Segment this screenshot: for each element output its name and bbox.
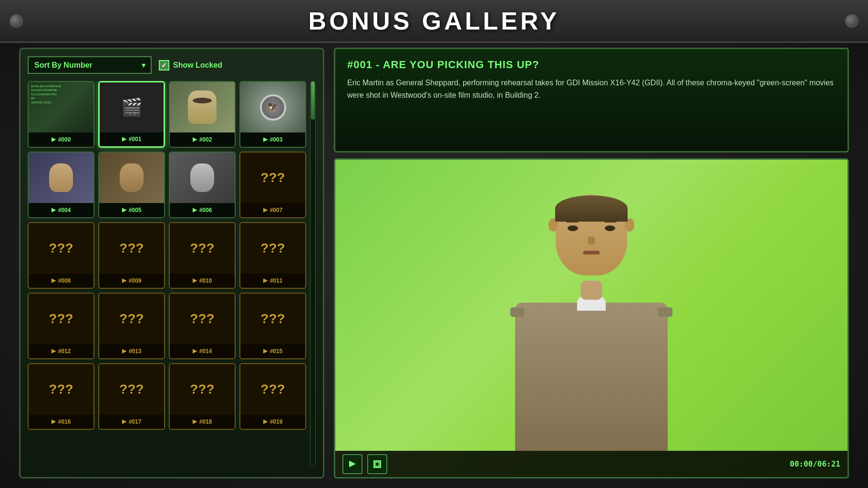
thumb-002 <box>170 82 235 132</box>
gallery-item-007[interactable]: ??? #007 <box>239 152 306 218</box>
thumb-018: ??? <box>170 364 235 415</box>
info-title: #001 - ARE YOU PICKING THIS UP? <box>347 59 836 71</box>
item-num-011: #011 <box>270 277 283 284</box>
item-num-016: #016 <box>58 418 71 425</box>
item-num-017: #017 <box>129 418 142 425</box>
gallery-item-008[interactable]: ??? #008 <box>28 222 94 289</box>
thumb-011: ??? <box>240 223 305 274</box>
right-panel: #001 - ARE YOU PICKING THIS UP? Eric Mar… <box>334 48 849 478</box>
item-label-016: #016 <box>29 415 93 429</box>
item-num-006: #006 <box>199 207 212 214</box>
thumb-014: ??? <box>170 294 235 344</box>
info-description: Eric Martin as General Sheppard, perform… <box>347 77 836 101</box>
person-neck <box>581 281 602 300</box>
gallery-item-012[interactable]: ??? #012 <box>28 293 94 359</box>
item-label-012: #012 <box>29 344 93 358</box>
play-icon-002 <box>193 137 197 142</box>
show-locked-label[interactable]: ✓ Show Locked <box>159 60 222 71</box>
play-icon-012 <box>52 349 56 354</box>
info-box: #001 - ARE YOU PICKING THIS UP? Eric Mar… <box>334 48 849 152</box>
epaulette-right <box>658 307 672 317</box>
play-icon-015 <box>263 349 268 354</box>
show-locked-checkbox[interactable]: ✓ <box>159 60 169 71</box>
rivet-tl <box>10 14 23 28</box>
play-icon-017 <box>122 419 127 424</box>
sort-dropdown-wrapper: Sort By Number Sort By Name Sort By Type… <box>28 56 152 74</box>
thumb-010: ??? <box>170 223 235 274</box>
item-num-007: #007 <box>270 207 283 214</box>
thumb-015: ??? <box>240 294 305 344</box>
thumb-001: 🎬 <box>100 82 164 132</box>
sort-dropdown[interactable]: Sort By Number Sort By Name Sort By Type <box>28 56 152 74</box>
play-icon-013 <box>122 349 127 354</box>
item-num-015: #015 <box>270 348 283 355</box>
gallery-item-016[interactable]: ??? #016 <box>28 363 94 430</box>
item-num-010: #010 <box>199 277 212 284</box>
person-eye-right <box>605 225 615 231</box>
play-icon-000 <box>52 137 56 142</box>
locked-qmarks-012: ??? <box>49 311 73 326</box>
video-controls: 00:00/06:21 <box>335 451 847 477</box>
play-icon-005 <box>122 208 127 213</box>
thumb-012: ??? <box>29 294 93 344</box>
thumb-004 <box>29 152 93 203</box>
item-label-010: #010 <box>170 274 235 288</box>
play-icon-004 <box>52 208 56 213</box>
gallery-item-002[interactable]: #002 <box>169 81 236 148</box>
gallery-item-004[interactable]: #004 <box>28 152 94 218</box>
gallery-item-010[interactable]: ??? #010 <box>169 222 236 289</box>
item-label-007: #007 <box>240 203 305 217</box>
gallery-item-018[interactable]: ??? #018 <box>169 363 236 430</box>
rivet-tr <box>845 14 858 28</box>
thumb-007: ??? <box>240 152 305 203</box>
locked-qmarks-019: ??? <box>260 382 285 397</box>
item-num-004: #004 <box>58 207 71 214</box>
play-button[interactable] <box>342 454 362 474</box>
play-icon <box>349 461 356 468</box>
item-num-000: #000 <box>58 136 71 143</box>
play-icon-001 <box>122 137 127 142</box>
gallery-item-006[interactable]: #006 <box>169 152 236 218</box>
item-num-014: #014 <box>199 348 212 355</box>
locked-qmarks-015: ??? <box>260 311 285 326</box>
gallery-item-015[interactable]: ??? #015 <box>239 293 306 359</box>
item-num-012: #012 <box>58 348 71 355</box>
gallery-item-003[interactable]: 🦅 #003 <box>239 81 306 148</box>
gallery-item-005[interactable]: #005 <box>98 152 165 218</box>
thumb-000-text: DATALINK INTERFACE316-600 DATABASEA CLAS… <box>31 84 62 104</box>
gallery-item-001[interactable]: 🎬 #001 <box>98 81 165 148</box>
locked-qmarks-007: ??? <box>260 170 285 185</box>
item-label-008: #008 <box>29 274 93 288</box>
item-label-011: #011 <box>240 274 305 288</box>
thumb-005 <box>99 152 164 203</box>
item-num-018: #018 <box>199 418 212 425</box>
scroll-track[interactable] <box>310 81 316 466</box>
fullscreen-button[interactable] <box>367 454 387 474</box>
header-bar: BONUS GALLERY <box>0 0 868 43</box>
scroll-thumb[interactable] <box>311 81 315 120</box>
gallery-item-017[interactable]: ??? #017 <box>98 363 165 430</box>
epaulette-left <box>510 307 525 317</box>
main-content: Sort By Number Sort By Name Sort By Type… <box>19 48 849 478</box>
page-title: BONUS GALLERY <box>309 7 560 35</box>
gallery-item-011[interactable]: ??? #011 <box>239 222 306 289</box>
play-icon-009 <box>122 278 127 283</box>
item-num-019: #019 <box>270 418 283 425</box>
locked-qmarks-009: ??? <box>119 241 144 256</box>
video-screen: 00:00/06:21 <box>335 160 847 477</box>
gallery-item-019[interactable]: ??? #019 <box>239 363 306 430</box>
locked-qmarks-011: ??? <box>260 241 285 256</box>
gallery-item-014[interactable]: ??? #014 <box>169 293 236 359</box>
locked-qmarks-017: ??? <box>119 382 144 397</box>
item-label-013: #013 <box>99 344 164 358</box>
locked-qmarks-014: ??? <box>190 311 214 326</box>
gallery-item-000[interactable]: DATALINK INTERFACE316-600 DATABASEA CLAS… <box>28 81 94 148</box>
clapperboard-icon: 🎬 <box>121 97 143 117</box>
gallery-item-013[interactable]: ??? #013 <box>98 293 165 359</box>
gallery-item-009[interactable]: ??? #009 <box>98 222 165 289</box>
sort-bar: Sort By Number Sort By Name Sort By Type… <box>28 56 316 74</box>
locked-qmarks-018: ??? <box>190 382 214 397</box>
item-label-014: #014 <box>170 344 235 358</box>
play-icon-011 <box>263 278 268 283</box>
item-label-009: #009 <box>99 274 164 288</box>
